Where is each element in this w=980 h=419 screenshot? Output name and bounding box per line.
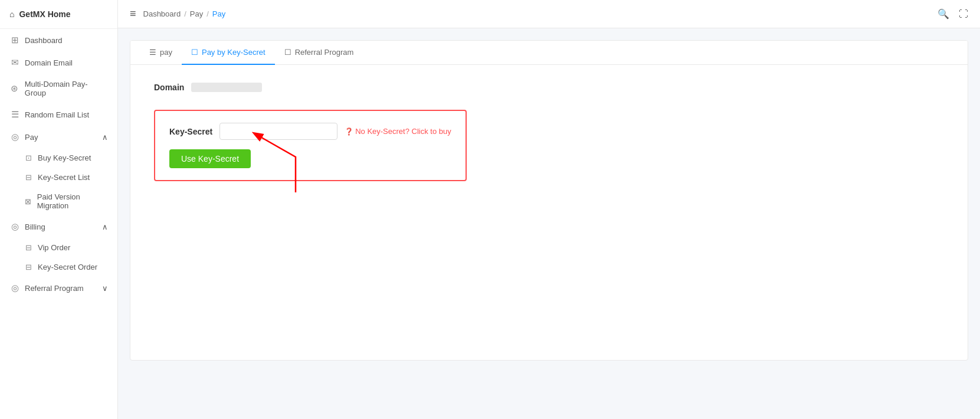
main-area: ≡ Dashboard / Pay / Pay 🔍 ⛶ ☰ pay [118, 0, 980, 419]
use-key-secret-button[interactable]: Use Key-Secret [169, 149, 251, 168]
vip-icon: ⊟ [24, 243, 33, 252]
no-key-secret-link[interactable]: No Key-Secret? Click to buy [345, 127, 451, 136]
sidebar-item-domain-email[interactable]: ✉ Domain Email [0, 51, 117, 74]
key-secret-row: Key-Secret No Key-Secret? Click to buy [169, 123, 451, 140]
sidebar-section-pay[interactable]: ◎ Pay ∧ [0, 126, 117, 148]
key-list-icon: ⊟ [24, 173, 33, 182]
sidebar-item-paid-migration[interactable]: ⊠ Paid Version Migration [0, 187, 117, 215]
key-order-icon: ⊟ [24, 263, 33, 271]
home-icon: ⌂ [9, 9, 14, 19]
sidebar-section-billing[interactable]: ◎ Billing ∧ [0, 215, 117, 238]
tab-pay[interactable]: ☰ pay [140, 41, 182, 65]
fullscreen-icon[interactable]: ⛶ [959, 9, 968, 19]
billing-chevron-icon: ∧ [102, 222, 108, 231]
domain-label: Domain [154, 83, 184, 92]
tab-pay-by-key-secret[interactable]: ☐ Pay by Key-Secret [182, 41, 275, 65]
pay-chevron-icon: ∧ [102, 133, 108, 142]
sidebar-logo[interactable]: ⌂ GetMX Home [0, 0, 117, 29]
sidebar-item-multi-domain[interactable]: ⊛ Multi-Domain Pay-Group [0, 74, 117, 103]
domain-row: Domain [154, 83, 944, 92]
sidebar-item-random-email[interactable]: ☰ Random Email List [0, 103, 117, 126]
random-email-icon: ☰ [9, 109, 20, 120]
tab-bar: ☰ pay ☐ Pay by Key-Secret ☐ Referral Pro… [130, 41, 968, 65]
referral-icon: ◎ [9, 283, 20, 293]
tab-pay-icon: ☰ [149, 48, 156, 57]
search-icon[interactable]: 🔍 [938, 8, 949, 19]
key-secret-box: Key-Secret No Key-Secret? Click to buy U… [154, 110, 467, 181]
multi-domain-icon: ⊛ [9, 83, 20, 94]
breadcrumb-current: Pay [212, 9, 225, 18]
hamburger-menu[interactable]: ≡ [130, 8, 136, 20]
breadcrumb-pay[interactable]: Pay [190, 9, 203, 18]
sidebar: ⌂ GetMX Home ⊞ Dashboard ✉ Domain Email … [0, 0, 118, 419]
tab-content-area: Domain Key-Secret No Key-Secret? Click t… [130, 65, 968, 360]
content-card: ☰ pay ☐ Pay by Key-Secret ☐ Referral Pro… [130, 40, 968, 361]
pay-icon: ◎ [9, 132, 20, 142]
referral-chevron-icon: ∨ [102, 284, 108, 293]
main-content: ☰ pay ☐ Pay by Key-Secret ☐ Referral Pro… [118, 28, 980, 419]
sidebar-item-buy-key-secret[interactable]: ⊡ Buy Key-Secret [0, 148, 117, 168]
header: ≡ Dashboard / Pay / Pay 🔍 ⛶ [118, 0, 980, 28]
migration-icon: ⊠ [24, 197, 32, 206]
breadcrumb: Dashboard / Pay / Pay [143, 9, 226, 18]
sidebar-item-key-secret-order[interactable]: ⊟ Key-Secret Order [0, 257, 117, 277]
email-icon: ✉ [9, 57, 20, 68]
tab-referral-program[interactable]: ☐ Referral Program [275, 41, 363, 65]
buy-key-icon: ⊡ [24, 153, 33, 162]
sidebar-item-vip-order[interactable]: ⊟ Vip Order [0, 238, 117, 257]
key-secret-input[interactable] [219, 123, 337, 140]
sidebar-section-referral[interactable]: ◎ Referral Program ∨ [0, 277, 117, 299]
key-secret-label: Key-Secret [169, 127, 212, 136]
tab-referral-icon: ☐ [284, 48, 291, 57]
tab-key-secret-icon: ☐ [191, 48, 198, 57]
sidebar-item-dashboard[interactable]: ⊞ Dashboard [0, 29, 117, 51]
breadcrumb-dashboard[interactable]: Dashboard [143, 9, 181, 18]
sidebar-item-key-secret-list[interactable]: ⊟ Key-Secret List [0, 168, 117, 187]
billing-icon: ◎ [9, 221, 20, 232]
dashboard-icon: ⊞ [9, 35, 20, 45]
domain-value-placeholder [191, 83, 262, 92]
